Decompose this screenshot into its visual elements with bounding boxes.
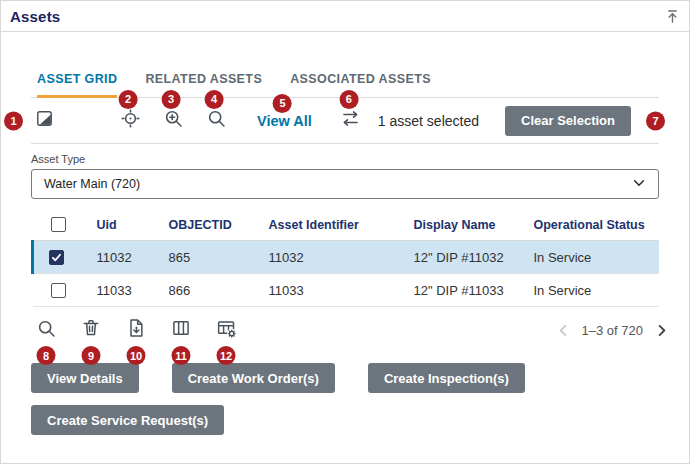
zoom-in-button[interactable]: 3 xyxy=(160,108,186,134)
cell-status: In Service xyxy=(526,241,660,274)
asset-type-select[interactable]: Water Main (720) xyxy=(31,169,659,199)
cell-display-name: 12" DIP #11032 xyxy=(406,241,526,274)
cell-status: In Service xyxy=(526,274,660,307)
pagination-range: 1–3 of 720 xyxy=(582,323,643,338)
create-work-orders-button[interactable]: Create Work Order(s) xyxy=(172,363,335,393)
cell-asset-identifier: 11032 xyxy=(261,241,406,274)
assets-panel: Assets ASSET GRID RELATED ASSETS ASSOCIA… xyxy=(0,0,690,464)
magnifier-icon xyxy=(36,318,57,343)
columns-icon xyxy=(171,318,191,342)
grid-settings-button[interactable]: 12 xyxy=(213,317,239,343)
select-all-checkbox[interactable] xyxy=(51,217,66,232)
clear-selection-button[interactable]: Clear Selection xyxy=(505,106,631,136)
file-download-icon xyxy=(126,318,146,342)
chevron-down-icon xyxy=(632,176,646,193)
trash-icon xyxy=(81,318,101,342)
pagination: 1–3 of 720 xyxy=(556,323,669,338)
scroll-to-top-icon[interactable] xyxy=(665,9,680,24)
cell-uid: 11032 xyxy=(89,241,161,274)
edit-selection-icon xyxy=(35,109,54,132)
crosshair-icon xyxy=(120,108,141,133)
panel-header: Assets xyxy=(1,1,689,32)
actions-row-2: Create Service Request(s) xyxy=(31,405,659,435)
view-details-icon-button[interactable]: 8 xyxy=(33,317,59,343)
actions-row-1: View Details Create Work Order(s) Create… xyxy=(31,363,659,393)
tab-related-assets[interactable]: RELATED ASSETS xyxy=(145,72,262,98)
create-service-requests-button[interactable]: Create Service Request(s) xyxy=(31,405,224,435)
view-details-button[interactable]: View Details xyxy=(31,363,139,393)
asset-grid-table: Uid OBJECTID Asset Identifier Display Na… xyxy=(31,209,659,307)
table-row[interactable]: 11032 865 11032 12" DIP #11032 In Servic… xyxy=(33,241,660,274)
chevron-right-icon[interactable] xyxy=(654,323,669,338)
swap-selection-button[interactable]: 6 xyxy=(338,108,364,134)
row-checkbox[interactable] xyxy=(49,250,64,265)
asset-type-label: Asset Type xyxy=(31,153,659,165)
table-row[interactable]: 11033 866 11033 12" DIP #11033 In Servic… xyxy=(33,274,660,307)
delete-button[interactable]: 9 xyxy=(78,317,104,343)
export-button[interactable]: 10 xyxy=(123,317,149,343)
asset-type-field: Asset Type Water Main (720) xyxy=(31,153,659,199)
selection-count-text: 1 asset selected xyxy=(378,113,479,129)
column-header-operational-status: Operational Status xyxy=(526,209,660,241)
callout-1: 1 xyxy=(4,111,23,130)
view-all-link[interactable]: View All xyxy=(257,113,312,129)
search-icon xyxy=(206,108,227,133)
cell-uid: 11033 xyxy=(89,274,161,307)
tab-asset-grid[interactable]: ASSET GRID xyxy=(37,72,117,98)
cell-asset-identifier: 11033 xyxy=(261,274,406,307)
table-settings-icon xyxy=(216,318,237,343)
cell-objectid: 866 xyxy=(161,274,261,307)
column-header-uid: Uid xyxy=(89,209,161,241)
row-checkbox[interactable] xyxy=(51,283,66,298)
cell-display-name: 12" DIP #11033 xyxy=(406,274,526,307)
chevron-left-icon[interactable] xyxy=(556,323,571,338)
column-header-objectid: OBJECTID xyxy=(161,209,261,241)
columns-button[interactable]: 11 xyxy=(168,317,194,343)
create-inspections-button[interactable]: Create Inspection(s) xyxy=(368,363,525,393)
page-title: Assets xyxy=(10,8,60,25)
zoom-in-icon xyxy=(163,108,184,133)
zoom-to-selection-button[interactable]: 2 xyxy=(117,108,143,134)
table-header-row: Uid OBJECTID Asset Identifier Display Na… xyxy=(33,209,660,241)
grid-footer-toolbar: 8 9 xyxy=(31,313,659,347)
callout-7: 7 xyxy=(646,111,665,130)
selection-toolbar: 1 2 xyxy=(31,98,659,144)
search-button[interactable]: 4 xyxy=(203,108,229,134)
column-header-display-name: Display Name xyxy=(406,209,526,241)
tab-bar: ASSET GRID RELATED ASSETS ASSOCIATED ASS… xyxy=(31,72,659,98)
asset-type-value: Water Main (720) xyxy=(44,177,140,191)
cell-objectid: 865 xyxy=(161,241,261,274)
edit-selection-button[interactable]: 1 xyxy=(31,108,57,134)
tab-associated-assets[interactable]: ASSOCIATED ASSETS xyxy=(290,72,431,98)
column-header-asset-identifier: Asset Identifier xyxy=(261,209,406,241)
swap-arrows-icon xyxy=(340,108,361,133)
